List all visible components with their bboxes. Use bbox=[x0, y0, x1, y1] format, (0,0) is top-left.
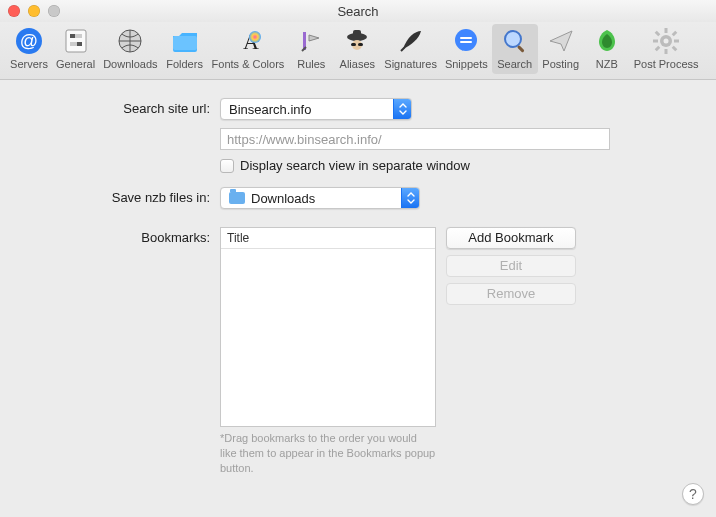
svg-rect-29 bbox=[672, 31, 678, 37]
svg-point-10 bbox=[249, 31, 261, 43]
toolbar-label: Signatures bbox=[384, 58, 437, 70]
toolbar-label: General bbox=[56, 58, 95, 70]
svg-point-31 bbox=[664, 39, 669, 44]
svg-rect-26 bbox=[674, 40, 679, 43]
svg-rect-19 bbox=[460, 41, 472, 43]
display-separate-label: Display search view in separate window bbox=[240, 158, 470, 173]
svg-rect-6 bbox=[77, 42, 82, 46]
switches-icon bbox=[61, 26, 91, 56]
magnifier-icon bbox=[500, 26, 530, 56]
paper-plane-icon bbox=[546, 26, 576, 56]
svg-rect-15 bbox=[351, 43, 356, 46]
bookmarks-hint: *Drag bookmarks to the order you would l… bbox=[220, 431, 436, 476]
toolbar-label: NZB bbox=[596, 58, 618, 70]
fonts-colors-icon: A bbox=[233, 26, 263, 56]
rules-icon bbox=[296, 26, 326, 56]
toolbar-item-fonts-colors[interactable]: A Fonts & Colors bbox=[208, 24, 289, 74]
svg-rect-4 bbox=[70, 34, 75, 38]
svg-rect-8 bbox=[173, 36, 197, 50]
content-area: Search site url: Binsearch.info Display … bbox=[0, 80, 716, 496]
toolbar-item-posting[interactable]: Posting bbox=[538, 24, 584, 74]
toolbar-label: Snippets bbox=[445, 58, 488, 70]
toolbar-item-signatures[interactable]: Signatures bbox=[380, 24, 441, 74]
folder-icon bbox=[170, 26, 200, 56]
search-url-input[interactable] bbox=[220, 128, 610, 150]
at-icon: @ bbox=[14, 26, 44, 56]
toolbar-item-rules[interactable]: Rules bbox=[288, 24, 334, 74]
toolbar-label: Search bbox=[497, 58, 532, 70]
svg-rect-16 bbox=[358, 43, 363, 46]
svg-rect-13 bbox=[353, 30, 361, 37]
bookmarks-label: Bookmarks: bbox=[30, 227, 220, 245]
remove-bookmark-button: Remove bbox=[446, 283, 576, 305]
svg-rect-21 bbox=[517, 45, 525, 53]
toolbar-item-post-process[interactable]: Post Process bbox=[630, 24, 703, 74]
toolbar-label: Aliases bbox=[340, 58, 375, 70]
search-site-popup[interactable]: Binsearch.info bbox=[220, 98, 412, 120]
search-site-value: Binsearch.info bbox=[221, 102, 393, 117]
toolbar-label: Downloads bbox=[103, 58, 157, 70]
svg-rect-23 bbox=[665, 28, 668, 33]
svg-rect-30 bbox=[655, 46, 661, 52]
help-button[interactable]: ? bbox=[682, 483, 704, 505]
toolbar-item-general[interactable]: General bbox=[52, 24, 99, 74]
toolbar-label: Posting bbox=[542, 58, 579, 70]
popup-arrows-icon bbox=[393, 99, 411, 119]
toolbar-label: Servers bbox=[10, 58, 48, 70]
svg-text:@: @ bbox=[20, 31, 38, 51]
bookmarks-header[interactable]: Title bbox=[221, 228, 435, 249]
chat-icon bbox=[451, 26, 481, 56]
toolbar-label: Post Process bbox=[634, 58, 699, 70]
toolbar-item-nzb[interactable]: NZB bbox=[584, 24, 630, 74]
search-site-label: Search site url: bbox=[30, 98, 220, 116]
downloads-folder-icon bbox=[229, 192, 245, 204]
toolbar-label: Fonts & Colors bbox=[212, 58, 285, 70]
edit-bookmark-button: Edit bbox=[446, 255, 576, 277]
save-nzb-value: Downloads bbox=[221, 191, 401, 206]
svg-point-17 bbox=[455, 29, 477, 51]
svg-rect-28 bbox=[672, 46, 678, 52]
save-nzb-value-text: Downloads bbox=[251, 191, 315, 206]
svg-rect-25 bbox=[653, 40, 658, 43]
nzb-icon bbox=[592, 26, 622, 56]
toolbar-label: Folders bbox=[166, 58, 203, 70]
help-glyph: ? bbox=[689, 486, 697, 502]
bookmarks-list[interactable]: Title bbox=[220, 227, 436, 427]
toolbar-item-aliases[interactable]: Aliases bbox=[334, 24, 380, 74]
popup-arrows-icon bbox=[401, 188, 419, 208]
spy-icon bbox=[342, 26, 372, 56]
add-bookmark-button[interactable]: Add Bookmark bbox=[446, 227, 576, 249]
svg-point-20 bbox=[505, 31, 521, 47]
toolbar-item-servers[interactable]: @ Servers bbox=[6, 24, 52, 74]
svg-rect-24 bbox=[665, 49, 668, 54]
toolbar-item-snippets[interactable]: Snippets bbox=[441, 24, 492, 74]
globe-icon bbox=[115, 26, 145, 56]
quill-icon bbox=[396, 26, 426, 56]
toolbar-label: Rules bbox=[297, 58, 325, 70]
svg-rect-27 bbox=[655, 31, 661, 37]
save-nzb-label: Save nzb files in: bbox=[30, 187, 220, 205]
display-separate-checkbox[interactable] bbox=[220, 159, 234, 173]
save-nzb-popup[interactable]: Downloads bbox=[220, 187, 420, 209]
window-title: Search bbox=[0, 4, 716, 19]
gear-icon bbox=[651, 26, 681, 56]
toolbar-item-downloads[interactable]: Downloads bbox=[99, 24, 161, 74]
svg-rect-2 bbox=[66, 30, 86, 52]
toolbar-item-search[interactable]: Search bbox=[492, 24, 538, 74]
preferences-toolbar: @ Servers General Downloads Folders A Fo… bbox=[0, 22, 716, 80]
svg-rect-18 bbox=[460, 37, 472, 39]
titlebar: Search bbox=[0, 0, 716, 22]
toolbar-item-folders[interactable]: Folders bbox=[162, 24, 208, 74]
